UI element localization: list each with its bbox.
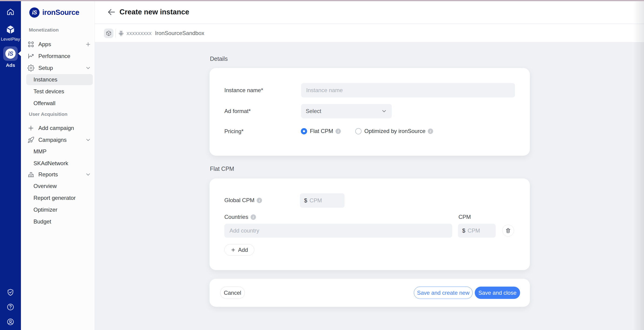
cube-icon — [106, 30, 112, 36]
add-button-label: Add — [238, 247, 248, 253]
details-card: Instance name* Ad format* Select Pricing… — [210, 68, 530, 156]
pricing-radio-group: Flat CPM i Optimized by ironSource i — [301, 125, 433, 137]
sidebar-item-label: Setup — [38, 65, 53, 71]
ironsource-wordmark: ironSource — [42, 8, 79, 17]
home-icon — [6, 8, 14, 16]
sidebar-item-overview[interactable]: Overview — [26, 180, 93, 192]
plus-icon — [231, 247, 236, 252]
ads-nav[interactable]: iS Ads — [0, 46, 21, 68]
country-cpm-input[interactable] — [468, 227, 492, 234]
sidebar-item-label: SKAdNetwork — [34, 160, 68, 167]
currency-prefix: $ — [462, 227, 465, 234]
pricing-option-label: Flat CPM — [310, 128, 333, 134]
pricing-option-flat-cpm[interactable]: Flat CPM i — [301, 128, 341, 134]
main-content: Details Instance name* Ad format* Select… — [95, 43, 644, 330]
sidebar-item-label: Campaigns — [38, 137, 66, 143]
currency-prefix: $ — [304, 197, 307, 204]
app-context-text: xxxxxxxxx IronSourceSandbox — [126, 30, 204, 36]
pricing-option-label: Optimized by ironSource — [364, 128, 426, 134]
sidebar-item-label: MMP — [34, 148, 46, 155]
help-nav[interactable] — [0, 303, 21, 311]
instance-name-input[interactable] — [301, 83, 515, 97]
cpm-column-header: CPM — [458, 214, 471, 220]
reports-bars-icon — [28, 171, 34, 178]
sidebar-item-instances[interactable]: Instances — [26, 74, 93, 85]
delete-country-row-button[interactable] — [502, 225, 514, 236]
sidebar-item-mmp[interactable]: MMP — [26, 146, 93, 157]
global-cpm-input-group: $ — [300, 193, 344, 208]
sidebar-item-setup[interactable]: Setup — [21, 62, 95, 74]
help-icon — [6, 303, 14, 311]
sidebar-item-label: Reports — [38, 171, 58, 178]
account-nav[interactable] — [0, 318, 21, 326]
info-icon[interactable]: i — [336, 129, 341, 134]
ad-format-label: Ad format* — [224, 108, 251, 114]
sidebar-item-skadnetwork[interactable]: SKAdNetwork — [26, 158, 93, 169]
is-logo-icon: iS — [5, 48, 16, 59]
privacy-nav[interactable] — [0, 289, 21, 296]
countries-label-text: Countries — [224, 214, 248, 220]
save-and-close-button[interactable]: Save and close — [475, 287, 520, 299]
flat-cpm-section-label: Flat CPM — [210, 165, 234, 172]
ad-format-value: Select — [306, 108, 321, 114]
android-icon — [118, 30, 125, 37]
levelplay-unity-icon — [5, 24, 16, 35]
plus-icon — [28, 125, 34, 132]
chevron-down-icon — [85, 65, 91, 71]
app-id-masked: xxxxxxxxx — [126, 30, 152, 36]
apps-grid-icon — [28, 41, 34, 48]
levelplay-label: LevelPlay — [1, 37, 20, 42]
sidebar-item-label: Report generator — [34, 195, 76, 201]
add-country-row-button[interactable]: Add — [224, 244, 254, 256]
pricing-label: Pricing* — [224, 128, 244, 135]
save-and-create-new-button[interactable]: Save and create new — [414, 287, 473, 299]
section-user-acquisition: User Acquisition — [29, 111, 68, 117]
sidebar-item-budget[interactable]: Budget — [26, 216, 93, 227]
global-cpm-label: Global CPM i — [224, 197, 262, 203]
add-app-plus-icon[interactable] — [85, 41, 91, 47]
sidebar-item-label: Budget — [34, 218, 51, 225]
sidebar-item-test-devices[interactable]: Test devices — [26, 86, 93, 97]
details-section-label: Details — [210, 55, 228, 62]
country-cpm-input-group: $ — [458, 224, 496, 238]
instance-name-label: Instance name* — [224, 87, 263, 94]
flat-cpm-card: Global CPM i $ Countries i CPM $ — [210, 178, 530, 270]
home-nav[interactable] — [0, 8, 21, 16]
levelplay-nav[interactable]: LevelPlay — [0, 24, 21, 42]
sidebar-item-offerwall[interactable]: Offerwall — [26, 98, 93, 109]
info-icon[interactable]: i — [428, 129, 433, 134]
sidebar-item-label: Add campaign — [38, 125, 74, 131]
sidebar-item-reports[interactable]: Reports — [21, 168, 95, 180]
info-icon[interactable]: i — [251, 214, 256, 220]
sidebar-item-add-campaign[interactable]: Add campaign — [21, 122, 95, 134]
sidebar-item-label: Optimizer — [34, 206, 58, 213]
global-cpm-input[interactable] — [310, 197, 340, 204]
chevron-down-icon — [85, 137, 91, 143]
radio-selected-icon[interactable] — [301, 128, 307, 134]
pricing-option-optimized[interactable]: Optimized by ironSource i — [355, 128, 433, 134]
sidebar-item-campaigns[interactable]: Campaigns — [21, 134, 95, 146]
ads-label: Ads — [6, 62, 15, 68]
ironsource-logo[interactable]: iS ironSource — [29, 7, 79, 18]
global-cpm-label-text: Global CPM — [224, 197, 254, 203]
sidebar-item-label: Test devices — [34, 88, 64, 95]
sidebar: iS ironSource Monetization Apps Performa… — [21, 0, 95, 330]
chevron-down-icon — [381, 108, 387, 114]
performance-chart-icon — [28, 53, 34, 60]
back-button[interactable] — [107, 8, 116, 16]
ads-box: iS — [3, 46, 18, 61]
sidebar-item-report-generator[interactable]: Report generator — [26, 192, 93, 203]
info-icon[interactable]: i — [257, 198, 262, 203]
add-country-input[interactable] — [224, 224, 452, 238]
trash-icon — [505, 228, 511, 233]
sidebar-item-optimizer[interactable]: Optimizer — [26, 204, 93, 215]
footer-actions-card: Cancel Save and create new Save and clos… — [210, 279, 530, 307]
radio-unselected-icon[interactable] — [355, 128, 362, 134]
cancel-button[interactable]: Cancel — [220, 287, 245, 299]
sidebar-item-label: Overview — [34, 183, 57, 189]
sidebar-item-performance[interactable]: Performance — [21, 50, 95, 62]
sidebar-item-apps[interactable]: Apps — [21, 38, 95, 50]
ad-format-select[interactable]: Select — [301, 104, 392, 118]
shield-check-icon — [6, 289, 14, 296]
campaigns-rocket-icon — [28, 137, 34, 144]
